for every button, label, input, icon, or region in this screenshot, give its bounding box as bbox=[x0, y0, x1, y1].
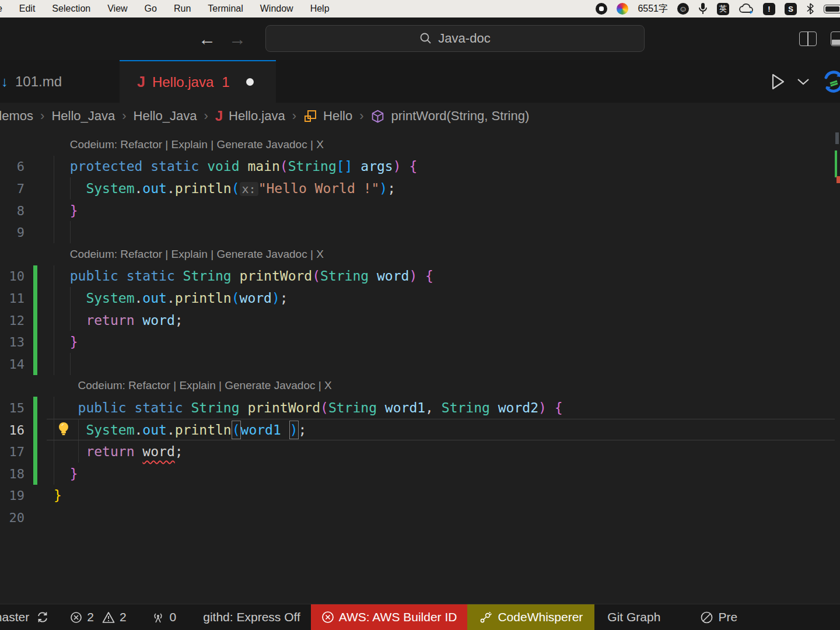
bluetooth-icon[interactable] bbox=[806, 3, 814, 15]
code-line-6[interactable]: 6 protected static void main(String[] ar… bbox=[0, 156, 840, 178]
codelens-row[interactable]: Codeium: Refactor | Explain | Generate J… bbox=[0, 375, 840, 397]
run-button[interactable] bbox=[769, 72, 786, 92]
code-line-8[interactable]: 8 } bbox=[0, 200, 840, 222]
breadcrumb-folder[interactable]: Hello_Java bbox=[134, 108, 197, 124]
code-text: return word; bbox=[54, 313, 183, 328]
back-arrow-icon[interactable]: ← bbox=[198, 30, 216, 48]
compare-sync-icon[interactable] bbox=[820, 68, 840, 95]
codeium-codelens[interactable]: Codeium: Refactor | Explain | Generate J… bbox=[78, 379, 332, 392]
tab-hello-java[interactable]: J Hello.java 1 bbox=[120, 60, 276, 103]
code-line-9[interactable]: 9 bbox=[0, 221, 840, 243]
git-added-gutter-bar bbox=[33, 419, 37, 441]
git-added-gutter-bar bbox=[33, 353, 37, 375]
code-line-12[interactable]: 12 return word; bbox=[0, 309, 840, 331]
code-line-20[interactable]: 20 bbox=[0, 506, 840, 528]
error-count: 2 bbox=[87, 610, 94, 624]
split-editor-icon[interactable] bbox=[799, 32, 817, 46]
ime-icon[interactable]: 英 bbox=[717, 3, 729, 15]
code-editor[interactable]: Codeium: Refactor | Explain | Generate J… bbox=[0, 130, 840, 604]
menu-item-terminal[interactable]: Terminal bbox=[208, 4, 243, 14]
class-symbol-icon bbox=[303, 109, 317, 123]
error-icon bbox=[70, 611, 82, 624]
method-symbol-icon bbox=[370, 109, 385, 124]
line-number: 10 bbox=[0, 269, 24, 284]
prettier-label: Pre bbox=[718, 610, 737, 624]
code-line-11[interactable]: 11 System.out.println(word); bbox=[0, 287, 840, 309]
tab-label: 101.md bbox=[15, 74, 62, 90]
s-app-icon[interactable]: S bbox=[785, 3, 797, 15]
menu-item-go[interactable]: Go bbox=[145, 4, 157, 14]
code-line-14[interactable]: 14 bbox=[0, 353, 840, 375]
creative-cloud-icon[interactable] bbox=[738, 4, 754, 14]
forward-arrow-icon[interactable]: → bbox=[229, 30, 246, 48]
indent-guide bbox=[54, 221, 54, 243]
code-line-18[interactable]: 18 } bbox=[0, 463, 840, 485]
line-number: 12 bbox=[0, 313, 24, 327]
menu-item-file[interactable]: File bbox=[0, 4, 2, 14]
code-text: return word; bbox=[54, 444, 183, 459]
indent-guide bbox=[54, 353, 54, 375]
plug-icon bbox=[479, 610, 493, 624]
git-branch-item[interactable]: master bbox=[0, 604, 55, 630]
githd-item[interactable]: githd: Express Off bbox=[197, 604, 306, 630]
smiley-icon[interactable]: ☺ bbox=[677, 3, 689, 15]
line-number: 15 bbox=[0, 400, 24, 415]
status-bar: master 2 bbox=[0, 604, 840, 630]
breadcrumb-file[interactable]: Hello.java bbox=[229, 108, 285, 124]
git-graph-label: Git Graph bbox=[607, 610, 660, 624]
githd-label: githd: Express Off bbox=[203, 610, 300, 624]
menu-item-edit[interactable]: Edit bbox=[19, 4, 36, 14]
menu-item-help[interactable]: Help bbox=[310, 4, 330, 14]
codewhisperer-label: CodeWhisperer bbox=[498, 610, 583, 624]
ruler-text-mark bbox=[835, 132, 839, 144]
color-wheel-icon[interactable] bbox=[617, 3, 628, 15]
menu-items: FileEditSelectionViewGoRunTerminalWindow… bbox=[0, 4, 330, 14]
toggle-panel-icon[interactable] bbox=[831, 32, 840, 46]
breadcrumb-class[interactable]: Hello bbox=[323, 108, 352, 124]
codeium-codelens[interactable]: Codeium: Refactor | Explain | Generate J… bbox=[70, 248, 324, 261]
command-center-search[interactable]: Java-doc bbox=[265, 25, 645, 52]
markdown-icon: ↓ bbox=[1, 74, 8, 90]
indent-guide bbox=[70, 353, 71, 375]
code-text: } bbox=[54, 466, 78, 481]
menu-item-window[interactable]: Window bbox=[260, 4, 293, 14]
code-line-13[interactable]: 13 } bbox=[0, 331, 840, 353]
line-number: 20 bbox=[0, 510, 24, 524]
breadcrumb-method[interactable]: printWord(String, String) bbox=[391, 108, 529, 124]
code-line-19[interactable]: 19} bbox=[0, 485, 840, 507]
tab-label: Hello.java bbox=[152, 74, 214, 90]
problems-item[interactable]: 2 2 bbox=[64, 604, 132, 630]
ports-item[interactable]: 0 bbox=[145, 604, 183, 630]
sync-icon bbox=[36, 611, 49, 624]
tab-101-md[interactable]: ↓ 101.md bbox=[0, 60, 120, 103]
alert-icon[interactable]: ! bbox=[763, 3, 775, 15]
code-line-17[interactable]: 17 return word; bbox=[0, 440, 840, 463]
search-value: Java-doc bbox=[438, 31, 490, 46]
menu-item-run[interactable]: Run bbox=[174, 4, 191, 14]
aws-builder-id-item[interactable]: AWS: AWS Builder ID bbox=[311, 604, 468, 630]
git-graph-item[interactable]: Git Graph bbox=[594, 604, 673, 630]
breadcrumb-folder[interactable]: Hello_Java bbox=[51, 108, 115, 124]
code-line-16[interactable]: 16 System.out.println(word1 ); bbox=[0, 419, 840, 441]
code-line-15[interactable]: 15 public static String printWord(String… bbox=[0, 397, 840, 419]
git-added-gutter-bar bbox=[33, 331, 37, 353]
record-icon[interactable] bbox=[596, 3, 607, 15]
run-dropdown-chevron-icon[interactable] bbox=[797, 78, 810, 86]
prettier-item[interactable]: Pre bbox=[694, 604, 738, 630]
microphone-icon[interactable] bbox=[698, 2, 708, 15]
overview-ruler[interactable] bbox=[835, 130, 840, 604]
menu-item-selection[interactable]: Selection bbox=[52, 4, 90, 14]
line-number: 6 bbox=[0, 159, 24, 174]
codewhisperer-item[interactable]: CodeWhisperer bbox=[467, 604, 594, 630]
codelens-row[interactable]: Codeium: Refactor | Explain | Generate J… bbox=[0, 243, 840, 265]
code-line-10[interactable]: 10 public static String printWord(String… bbox=[0, 265, 840, 288]
modified-dot-icon[interactable] bbox=[246, 78, 254, 86]
codelens-row[interactable]: Codeium: Refactor | Explain | Generate J… bbox=[0, 134, 840, 156]
codeium-codelens[interactable]: Codeium: Refactor | Explain | Generate J… bbox=[70, 138, 324, 151]
git-added-gutter-bar bbox=[33, 265, 37, 288]
breadcrumb-folder[interactable]: demos bbox=[0, 108, 33, 124]
menu-item-view[interactable]: View bbox=[107, 4, 127, 14]
code-text: public static String printWord(String wo… bbox=[54, 400, 563, 415]
code-line-7[interactable]: 7 System.out.println(x:"Hello World !"); bbox=[0, 177, 840, 200]
tab-bar: ↓ 101.md J Hello.java 1 bbox=[0, 60, 840, 103]
